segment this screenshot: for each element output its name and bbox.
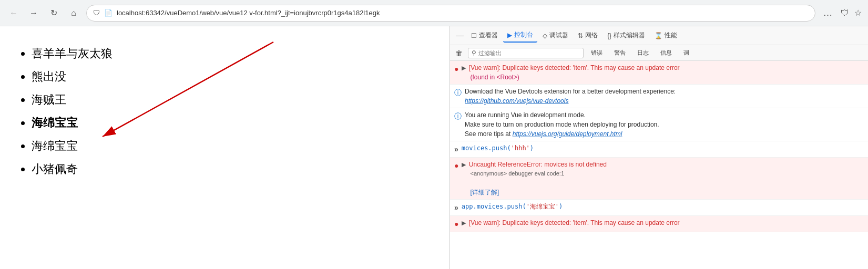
page-icon: 📄 (104, 9, 113, 17)
devtools-panel: ⸻ ☐ 查看器 ▶ 控制台 ◇ 调试器 ⇅ 网络 {} 样式编辑器 ⌛ (450, 26, 868, 269)
console-messages: ● ▶ [Vue warn]: Duplicate keys detected:… (450, 61, 868, 269)
console-message-6: » app.movices.push('海绵宝宝') (450, 200, 868, 216)
back-button[interactable]: ← (6, 6, 21, 20)
msg-subtext-5b: [详细了解] (462, 188, 864, 197)
cmd-icon-4: » (454, 144, 458, 155)
level-log-btn[interactable]: 日志 (633, 48, 653, 58)
msg-text-5: Uncaught ReferenceError: movices is not … (469, 161, 607, 168)
extension-icon: 🛡 (841, 8, 849, 18)
expand-arrow-7[interactable]: ▶ (462, 220, 466, 226)
console-toolbar: 🗑 ⚲ 错误 警告 日志 信息 调 (450, 45, 868, 61)
msg-text-3b: Make sure to turn on production mode whe… (465, 121, 659, 128)
console-message-3: ⓘ You are running Vue in development mod… (450, 108, 868, 141)
cmd-icon-6: » (454, 202, 458, 213)
shield-icon: 🛡 (93, 9, 100, 17)
deployment-link[interactable]: https://vuejs.org/guide/deployment.html (513, 130, 622, 138)
list-item: 小猪佩奇 (32, 158, 428, 181)
error-icon-7: ● (454, 219, 458, 230)
movie-list: 喜羊羊与灰太狼 熊出没 海贼王 海绵宝宝 海绵宝宝 小猪佩奇 (32, 42, 428, 181)
inspector-icon: ☐ (471, 32, 477, 39)
console-message-7: ● ▶ [Vue warn]: Duplicate keys detected:… (450, 216, 868, 232)
perf-icon: ⌛ (655, 32, 662, 39)
filter-icon: ⚲ (472, 49, 476, 57)
msg-text-3c: See more tips at https://vuejs.org/guide… (465, 130, 622, 138)
devtools-link[interactable]: https://github.com/vuejs/vue-devtools (465, 97, 568, 105)
console-message-1: ● ▶ [Vue warn]: Duplicate keys detected:… (450, 61, 868, 85)
network-icon: ⇅ (578, 32, 583, 39)
tab-network[interactable]: ⇅ 网络 (574, 29, 602, 42)
console-icon: ▶ (507, 32, 512, 39)
level-debug-btn[interactable]: 调 (679, 48, 693, 58)
msg-content-7: ▶ [Vue warn]: Duplicate keys detected: '… (462, 218, 864, 227)
devtools-tabs: ⸻ ☐ 查看器 ▶ 控制台 ◇ 调试器 ⇅ 网络 {} 样式编辑器 ⌛ (450, 26, 868, 45)
level-error-btn[interactable]: 错误 (587, 48, 607, 58)
list-item: 熊出没 (32, 65, 428, 88)
msg-content-1: ▶ [Vue warn]: Duplicate keys detected: '… (462, 63, 864, 82)
clear-console-button[interactable]: 🗑 (453, 48, 465, 58)
error-icon-5: ● (454, 160, 458, 171)
style-icon: {} (607, 32, 611, 39)
address-bar[interactable]: 🛡 📄 localhost:63342/vueDemo1/web/vue/vue… (86, 5, 815, 22)
detail-link[interactable]: [详细了解] (470, 189, 499, 196)
cursor-icon[interactable]: ⸻ (453, 29, 466, 43)
url-text: localhost:63342/vueDemo1/web/vue/vue12 v… (117, 9, 809, 17)
tab-performance[interactable]: ⌛ 性能 (650, 29, 681, 42)
tab-console[interactable]: ▶ 控制台 (503, 28, 537, 43)
main-area: 喜羊羊与灰太狼 熊出没 海贼王 海绵宝宝 海绵宝宝 小猪佩奇 ⸻ (0, 26, 868, 269)
home-button[interactable]: ⌂ (66, 6, 81, 20)
info-icon-3: ⓘ (454, 111, 462, 122)
error-icon-1: ● (454, 64, 458, 75)
expand-arrow-5[interactable]: ▶ (462, 161, 466, 168)
browser-chrome: ← → ↻ ⌂ 🛡 📄 localhost:63342/vueDemo1/web… (0, 0, 868, 26)
tab-debugger[interactable]: ◇ 调试器 (538, 29, 573, 42)
list-item: 喜羊羊与灰太狼 (32, 42, 428, 65)
console-message-5: ● ▶ Uncaught ReferenceError: movices is … (450, 158, 868, 200)
msg-subtext-5a: <anonymous> debugger eval code:1 (462, 169, 864, 178)
web-page: 喜羊羊与灰太狼 熊出没 海贼王 海绵宝宝 海绵宝宝 小猪佩奇 (0, 26, 450, 269)
msg-content-4: movices.push('hhh') (462, 143, 864, 153)
msg-content-3: You are running Vue in development mode.… (465, 110, 864, 139)
level-info-btn[interactable]: 信息 (656, 48, 676, 58)
tab-inspector[interactable]: ☐ 查看器 (467, 29, 502, 42)
list-item: 海绵宝宝 (32, 111, 428, 134)
forward-button[interactable]: → (26, 6, 41, 20)
level-warn-btn[interactable]: 警告 (610, 48, 630, 58)
msg-subtext-1: (found in <Root>) (462, 73, 864, 82)
msg-content-6: app.movices.push('海绵宝宝') (462, 202, 864, 211)
cmd-text-4: movices.push('hhh') (462, 144, 534, 152)
msg-text-7: [Vue warn]: Duplicate keys detected: 'it… (469, 219, 680, 226)
filter-input-container[interactable]: ⚲ (468, 48, 584, 58)
reload-button[interactable]: ↻ (46, 6, 61, 20)
debugger-icon: ◇ (543, 32, 547, 39)
msg-content-5: ▶ Uncaught ReferenceError: movices is no… (462, 160, 864, 197)
msg-text-2: Download the Vue Devtools extension for … (465, 88, 676, 95)
cmd-text-6: app.movices.push('海绵宝宝') (462, 203, 563, 210)
list-item: 海绵宝宝 (32, 134, 428, 158)
filter-input[interactable] (478, 50, 580, 56)
msg-content-2: Download the Vue Devtools extension for … (465, 87, 864, 106)
info-icon-2: ⓘ (454, 87, 462, 98)
msg-text-3a: You are running Vue in development mode. (465, 111, 586, 119)
expand-arrow-1[interactable]: ▶ (462, 65, 466, 71)
list-item: 海贼王 (32, 88, 428, 111)
console-message-4: » movices.push('hhh') (450, 141, 868, 158)
console-message-2: ⓘ Download the Vue Devtools extension fo… (450, 85, 868, 108)
bookmark-icon: ☆ (854, 8, 862, 18)
msg-text-1: [Vue warn]: Duplicate keys detected: 'it… (469, 64, 680, 71)
tab-style-editor[interactable]: {} 样式编辑器 (603, 29, 649, 42)
more-button[interactable]: … (821, 6, 835, 20)
